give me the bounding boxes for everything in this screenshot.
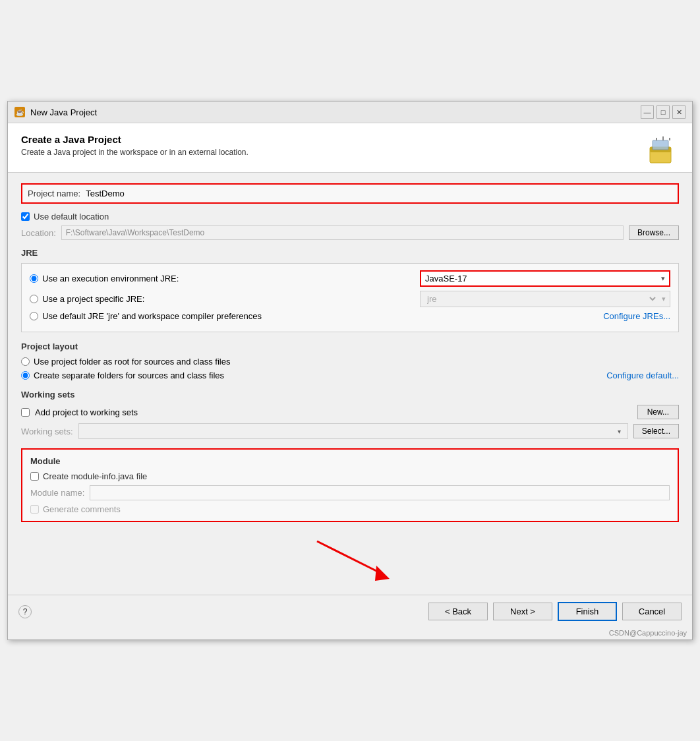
use-default-location-label: Use default location [34,212,109,222]
cancel-button[interactable]: Cancel [622,603,682,620]
footer: ? < Back Next > Finish Cancel [8,595,692,628]
add-to-working-sets-label: Add project to working sets [35,407,138,417]
project-name-input[interactable] [86,189,672,198]
jre-option3-label: Use default JRE 'jre' and workspace comp… [42,311,262,321]
location-input[interactable] [61,225,624,240]
window-controls: — □ ✕ [641,105,685,119]
layout-option1-radio[interactable] [21,357,30,366]
svg-rect-2 [653,140,668,150]
jre-specific-select: jre [421,291,658,307]
back-button[interactable]: < Back [428,603,488,620]
svg-line-6 [317,541,383,574]
configure-default-link[interactable]: Configure default... [606,370,679,380]
project-layout-label: Project layout [21,341,679,351]
module-section-label: Module [30,456,670,466]
working-sets-sets-label: Working sets: [21,427,73,436]
project-layout-section: Project layout Use project folder as roo… [21,341,679,380]
module-name-row: Module name: [30,485,670,500]
jre-dropdown[interactable]: JavaSE-17 ▾ [420,270,670,287]
help-button[interactable]: ? [18,605,32,618]
layout-option2-row: Create separate folders for sources and … [21,370,679,380]
layout-option2-label: Create separate folders for sources and … [34,370,224,380]
working-sets-input[interactable]: ▾ [78,423,628,439]
create-module-info-checkbox[interactable] [30,472,39,481]
dialog: ☕ New Java Project — □ ✕ Create a Java P… [7,101,693,640]
title-bar: ☕ New Java Project — □ ✕ [8,102,692,123]
red-arrow-indicator [297,538,416,584]
jre-option1-radio-group: Use an execution environment JRE: [30,274,420,283]
jre-option3-radio[interactable] [30,312,38,320]
jre-option1-label: Use an execution environment JRE: [42,274,179,283]
project-name-label: Project name: [28,189,80,198]
header-text: Create a Java Project Create a Java proj… [21,134,641,157]
finish-button[interactable]: Finish [558,602,617,621]
dialog-title: New Java Project [30,107,635,117]
next-button[interactable]: Next > [493,603,552,620]
jre-option2-label: Use a project specific JRE: [42,294,144,304]
maximize-button[interactable]: □ [656,105,670,119]
new-working-set-button[interactable]: New... [637,405,679,419]
module-section: Module Create module-info.java file Modu… [21,448,679,522]
close-button[interactable]: ✕ [672,105,685,119]
header-icon [647,134,679,165]
add-to-working-sets-checkbox[interactable] [21,408,30,417]
project-name-row: Project name: [21,183,679,204]
jre-dropdown-select[interactable]: JavaSE-17 [421,272,657,285]
header-title: Create a Java Project [21,134,641,145]
module-name-input[interactable] [90,485,670,500]
working-sets-label: Working sets [21,390,679,400]
jre-option3-row: Use default JRE 'jre' and workspace comp… [30,311,670,321]
working-sets-section: Working sets Add project to working sets… [21,390,679,439]
module-checkbox-row: Create module-info.java file [30,471,670,481]
jre-option2-row: Use a project specific JRE: jre ▾ [30,291,670,307]
use-default-location-checkbox[interactable] [21,212,30,221]
jre-section-label: JRE [21,248,679,258]
jre-option3-radio-group: Use default JRE 'jre' and workspace comp… [30,311,603,321]
working-sets-input-row: Working sets: ▾ Select... [21,423,679,439]
header-subtitle: Create a Java project in the workspace o… [21,148,641,157]
browse-button[interactable]: Browse... [629,225,679,240]
watermark: CSDN@Cappuccino-jay [8,628,692,639]
configure-jres-link[interactable]: Configure JREs... [603,311,670,321]
working-sets-dropdown-arrow-icon: ▾ [618,428,621,435]
select-working-sets-button[interactable]: Select... [633,424,679,438]
generate-comments-row: Generate comments [30,504,670,514]
location-label: Location: [21,228,56,238]
generate-comments-label: Generate comments [43,504,121,514]
jre-specific-arrow-icon: ▾ [658,295,670,303]
location-row: Location: Browse... [21,225,679,240]
use-default-location-row: Use default location [21,212,679,222]
header-area: Create a Java Project Create a Java proj… [8,123,692,173]
layout-option2-radio[interactable] [21,371,30,380]
jre-specific-dropdown: jre ▾ [420,291,670,307]
working-sets-row: Add project to working sets New... [21,405,679,419]
jre-option1-row: Use an execution environment JRE: JavaSE… [30,270,670,287]
arrow-area [21,531,679,584]
layout-option1-row: Use project folder as root for sources a… [21,357,679,367]
watermark-text: CSDN@Cappuccino-jay [609,629,687,637]
content-area: Project name: Use default location Locat… [8,173,692,595]
generate-comments-checkbox[interactable] [30,505,39,514]
minimize-button[interactable]: — [641,105,654,119]
jre-option1-radio[interactable] [30,274,38,283]
layout-option1-label: Use project folder as root for sources a… [34,357,230,367]
jre-option2-radio[interactable] [30,295,38,303]
jre-section: JRE Use an execution environment JRE: Ja… [21,248,679,332]
module-name-label: Module name: [30,488,84,498]
dialog-icon: ☕ [15,107,25,117]
jre-dropdown-arrow-icon: ▾ [657,274,669,283]
jre-option2-radio-group: Use a project specific JRE: [30,294,420,304]
create-module-info-label: Create module-info.java file [43,471,147,481]
svg-marker-7 [375,566,390,581]
